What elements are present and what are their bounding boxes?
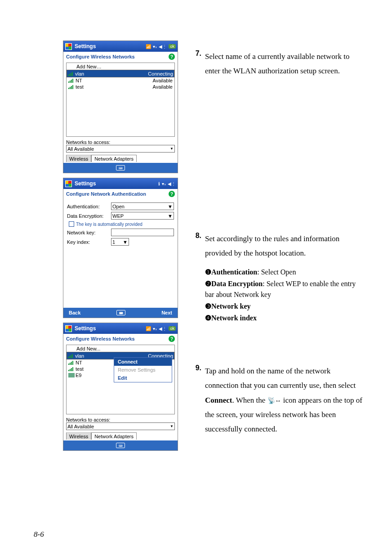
access-dropdown[interactable]: All Available ▼ — [66, 145, 175, 153]
system-tray-icons: ℹ ▾ₓ ◀⋮ — [158, 181, 176, 186]
window-title: Settings — [75, 325, 143, 332]
menu-remove-settings: Remove Settings — [114, 366, 172, 374]
signal-icon — [68, 85, 74, 89]
network-status: Connecting — [148, 71, 173, 76]
add-new-row[interactable]: Add New… — [67, 63, 174, 70]
auto-key-label: The key is automatically provided — [76, 222, 143, 227]
back-next-bar: Back ⌨ Next — [63, 308, 178, 318]
signal-icon — [68, 360, 74, 365]
auth-label: Authentication: — [67, 204, 108, 209]
connected-icon: 📡↔ — [267, 395, 281, 407]
auth-value: Open — [112, 204, 125, 209]
sip-bar: ⌨ — [63, 163, 178, 173]
network-row-vlan[interactable]: vlan Connecting — [67, 70, 174, 77]
key-index-value: 1 — [112, 239, 115, 245]
chevron-down-icon: ▼ — [123, 239, 128, 245]
tab-wireless[interactable]: Wireless — [66, 155, 91, 162]
ok-button[interactable]: ok — [169, 44, 176, 49]
network-name: vlan — [75, 71, 84, 76]
help-icon[interactable]: ? — [169, 54, 175, 60]
tab-network-adapters[interactable]: Network Adapters — [91, 155, 137, 162]
key-index-dropdown[interactable]: 1 ▼ — [111, 238, 129, 246]
encryption-value: WEP — [112, 213, 124, 219]
encryption-label: Data Encryption: — [67, 213, 108, 219]
step-number: 7. — [193, 49, 201, 79]
help-icon[interactable]: ? — [169, 191, 175, 197]
antenna-icon: ℹ — [158, 181, 160, 186]
titlebar: Settings 📶 ▾ₓ ◀⋮ ok — [63, 41, 178, 52]
access-label: Networks to access: — [66, 139, 175, 145]
bullet-authentication: ❶Authentication: Select Open — [205, 267, 365, 278]
access-label: Networks to access: — [66, 417, 175, 422]
back-button[interactable]: Back — [69, 310, 80, 315]
network-name: test — [76, 366, 84, 372]
sip-bar: ⌨ — [63, 440, 178, 450]
tab-network-adapters[interactable]: Network Adapters — [91, 432, 137, 440]
titlebar: Settings 📶 ▾ₓ ◀⋮ ok — [63, 323, 178, 334]
screenshot-configure-auth: Settings ℹ ▾ₓ ◀⋮ Configure Network Authe… — [63, 178, 178, 318]
antenna-icon: 📶 — [146, 44, 151, 49]
next-button[interactable]: Next — [161, 310, 172, 315]
auth-dropdown[interactable]: Open ▼ — [111, 202, 174, 210]
network-status: Available — [153, 78, 173, 83]
auto-key-checkbox[interactable] — [69, 221, 74, 227]
context-menu: Connect Remove Settings Edit — [114, 357, 172, 382]
network-name: NT — [76, 360, 82, 365]
screenshot-configure-wireless: Settings 📶 ▾ₓ ◀⋮ ok Configure Wireless N… — [63, 40, 178, 173]
network-key-label: Network key: — [67, 230, 108, 235]
signal-icon — [68, 72, 73, 76]
keyboard-icon[interactable]: ⌨ — [116, 310, 125, 315]
network-row-nt[interactable]: NT Available — [67, 77, 174, 84]
chevron-down-icon: ▼ — [170, 424, 174, 428]
step-number: 8. — [193, 232, 201, 261]
window-title: Settings — [75, 180, 156, 187]
ok-button[interactable]: ok — [169, 326, 176, 331]
system-tray-icons: 📶 ▾ₓ ◀⋮ ok — [146, 326, 176, 331]
menu-connect[interactable]: Connect — [114, 358, 172, 366]
step-number: 9. — [193, 364, 201, 436]
screenshot-context-menu: Settings 📶 ▾ₓ ◀⋮ ok Configure Wireless N… — [63, 323, 178, 451]
signal-icon — [68, 354, 73, 358]
network-row-test[interactable]: test Available — [67, 84, 174, 90]
keyboard-icon[interactable]: ⌨ — [116, 443, 125, 448]
signal-icon — [68, 367, 74, 371]
volume-icon: ◀⋮ — [159, 44, 167, 49]
titlebar: Settings ℹ ▾ₓ ◀⋮ — [63, 178, 178, 189]
start-flag-icon — [65, 180, 72, 187]
subheader: Configure Wireless Networks ? — [63, 52, 178, 62]
menu-edit[interactable]: Edit — [114, 374, 172, 382]
step-text: Select name of a currently available net… — [205, 49, 365, 79]
help-icon[interactable]: ? — [169, 336, 175, 342]
access-value: All Available — [67, 424, 94, 429]
chevron-down-icon: ▼ — [168, 204, 173, 209]
bullet-data-encryption: ❷Data Encryption: Select WEP to enable t… — [205, 278, 365, 300]
adapter-icon — [68, 373, 75, 377]
signal-icon — [68, 78, 74, 83]
start-flag-icon — [65, 325, 72, 332]
tab-wireless[interactable]: Wireless — [66, 432, 91, 440]
subheader: Configure Wireless Networks ? — [63, 334, 178, 344]
step-text: Set accordingly to the rules and informa… — [205, 232, 365, 261]
subheader-text: Configure Network Authentication — [66, 191, 146, 197]
step-8: 8. Set accordingly to the rules and info… — [193, 232, 365, 324]
subheader-text: Configure Wireless Networks — [66, 54, 135, 59]
step-9: 9. Tap and hold on the name of the netwo… — [193, 364, 365, 436]
add-new-row[interactable]: Add New... — [67, 345, 174, 352]
bullet-network-index: ❹Network index — [205, 313, 365, 323]
page-number: 8-6 — [34, 530, 44, 539]
window-title: Settings — [75, 43, 143, 49]
access-value: All Available — [67, 146, 94, 152]
chevron-down-icon: ▼ — [170, 147, 174, 151]
volume-icon: ◀⋮ — [159, 326, 167, 331]
network-list[interactable]: Add New… vlan Connecting NT Available te… — [66, 63, 175, 137]
access-dropdown[interactable]: All Available ▼ — [66, 422, 175, 430]
start-flag-icon — [65, 43, 72, 50]
chevron-down-icon: ▼ — [168, 213, 173, 219]
antenna-icon: 📶 — [146, 326, 151, 331]
network-name: E9 — [76, 373, 81, 378]
encryption-dropdown[interactable]: WEP ▼ — [111, 212, 174, 220]
subheader: Configure Network Authentication ? — [63, 189, 178, 199]
network-status: Available — [153, 84, 173, 90]
network-key-input[interactable] — [111, 229, 174, 236]
keyboard-icon[interactable]: ⌨ — [116, 165, 125, 171]
